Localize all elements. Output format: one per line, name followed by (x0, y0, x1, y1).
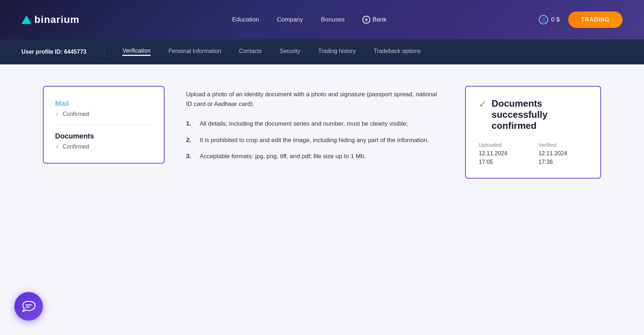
verified-date: 12.11.2024 (538, 149, 587, 158)
req-number-3: 3. (186, 151, 195, 161)
documents-title: Documents (55, 132, 152, 140)
bank-icon: ⊕ (362, 16, 370, 24)
verified-col: Verified 12.11.2024 17:36 (538, 142, 587, 166)
documents-status: Confirmed (63, 144, 89, 150)
success-check-icon: ✓ (479, 99, 487, 110)
tab-personal-info[interactable]: Personal Information (169, 48, 221, 56)
logo[interactable]: binarium (21, 14, 79, 25)
main-content: Mail ✓ Confirmed Documents ✓ Confirmed U… (0, 64, 644, 335)
success-header: ✓ Documents successfully confirmed (479, 98, 587, 132)
mail-status-row: ✓ Confirmed (55, 111, 152, 117)
chat-icon (21, 298, 36, 315)
req-text-3: Acceptable formats: jpg, png, tiff, and … (200, 151, 366, 161)
verified-time: 17:36 (538, 158, 587, 166)
success-card: ✓ Documents successfully confirmed Uploa… (465, 86, 601, 179)
mail-title: Mail (55, 99, 152, 108)
nav-separator (104, 47, 104, 57)
mail-status: Confirmed (63, 111, 89, 117)
balance-value: 0 $ (551, 16, 560, 23)
nav-education[interactable]: Education (232, 16, 259, 23)
req-number-2: 2. (186, 135, 195, 145)
header-right: 👤 0 $ TRADING (539, 11, 623, 28)
uploaded-date: 12.11.2024 (479, 149, 528, 158)
documents-check-icon: ✓ (55, 143, 60, 150)
req-text-1: All details, including the document seri… (200, 119, 408, 128)
middle-panel: Upload a photo of an identity document w… (186, 86, 444, 171)
dates-grid: Uploaded 12.11.2024 17:05 Verified 12.11… (479, 142, 587, 166)
uploaded-label: Uploaded (479, 142, 528, 148)
tab-tradeback-options[interactable]: Tradeback options (374, 48, 421, 56)
mail-check-icon: ✓ (55, 111, 60, 117)
requirements-list: 1. All details, including the document s… (186, 119, 444, 161)
verified-label: Verified (538, 142, 587, 148)
balance-area: 👤 0 $ (539, 15, 560, 24)
main-nav: Education Company Bonuses ⊕ Bank (232, 16, 386, 24)
trading-button[interactable]: TRADING (568, 11, 623, 28)
uploaded-col: Uploaded 12.11.2024 17:05 (479, 142, 528, 166)
profile-id: 6445773 (64, 49, 86, 55)
nav-company[interactable]: Company (277, 16, 303, 23)
right-panel: ✓ Documents successfully confirmed Uploa… (465, 86, 601, 179)
sub-nav: User profile ID: 6445773 Verification Pe… (0, 39, 644, 64)
req-number-1: 1. (186, 119, 195, 128)
chat-button[interactable] (14, 292, 43, 321)
upload-description: Upload a photo of an identity document w… (186, 89, 444, 109)
logo-text: binarium (34, 14, 79, 25)
nav-bonuses[interactable]: Bonuses (321, 16, 345, 23)
tab-verification[interactable]: Verification (122, 48, 150, 56)
documents-section: Documents ✓ Confirmed (55, 125, 152, 153)
tab-trading-history[interactable]: Trading history (318, 48, 356, 56)
user-icon: 👤 (539, 15, 548, 24)
bank-label: Bank (372, 16, 386, 23)
header: binarium Education Company Bonuses ⊕ Ban… (0, 0, 644, 39)
documents-status-row: ✓ Confirmed (55, 143, 152, 150)
uploaded-time: 17:05 (479, 158, 528, 166)
nav-bank[interactable]: ⊕ Bank (362, 16, 386, 24)
requirement-3: 3. Acceptable formats: jpg, png, tiff, a… (186, 151, 444, 161)
requirement-2: 2. It is prohibited to crop and edit the… (186, 135, 444, 145)
logo-triangle-icon (21, 15, 31, 24)
req-text-2: It is prohibited to crop and edit the im… (200, 135, 429, 145)
profile-label: User profile ID: (21, 49, 63, 55)
tab-security[interactable]: Security (279, 48, 300, 56)
requirement-1: 1. All details, including the document s… (186, 119, 444, 128)
success-title: Documents successfully confirmed (492, 98, 587, 132)
left-panel: Mail ✓ Confirmed Documents ✓ Confirmed (43, 86, 165, 164)
verification-card: Mail ✓ Confirmed Documents ✓ Confirmed (43, 86, 165, 164)
mail-section: Mail ✓ Confirmed (55, 97, 152, 120)
profile-id-display: User profile ID: 6445773 (21, 49, 86, 55)
tab-contacts[interactable]: Contacts (239, 48, 262, 56)
